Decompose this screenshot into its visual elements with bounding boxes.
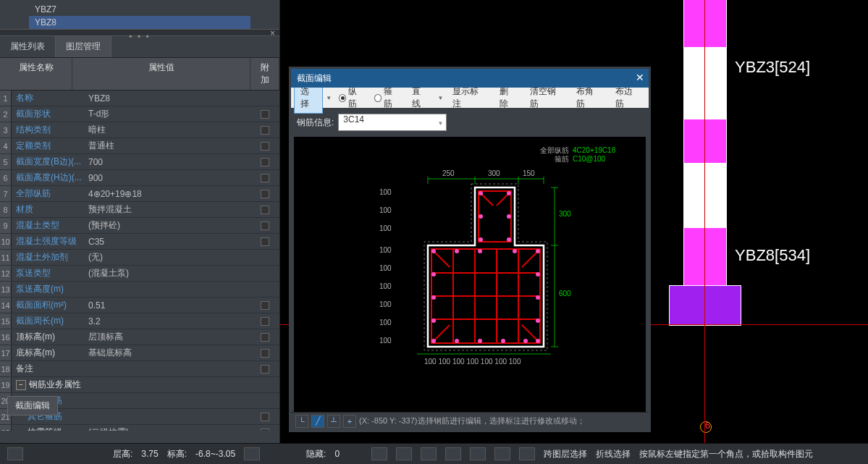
- svg-point-23: [479, 237, 483, 242]
- close-icon[interactable]: ×: [270, 28, 275, 38]
- chevron-down-icon[interactable]: ▼: [437, 95, 445, 101]
- chevron-down-icon[interactable]: ▼: [324, 95, 333, 101]
- svg-point-28: [513, 249, 517, 253]
- property-row[interactable]: 2截面形状T-d形: [0, 106, 279, 122]
- tool-icon-6[interactable]: [470, 447, 486, 460]
- crosshair-vertical: [704, 0, 705, 443]
- tool-icon-7[interactable]: [494, 447, 510, 460]
- svg-point-24: [507, 237, 511, 242]
- svg-point-21: [479, 214, 483, 219]
- tool-icon-8[interactable]: [519, 447, 535, 460]
- property-row[interactable]: 14截面面积(m²)0.51: [0, 298, 279, 313]
- property-row[interactable]: 18备注: [0, 361, 279, 377]
- dialog-title: 截面编辑: [297, 72, 332, 85]
- svg-point-22: [507, 214, 511, 219]
- property-row[interactable]: 10混凝土强度等级C35: [0, 234, 279, 250]
- tab-layers[interactable]: 图层管理: [56, 36, 111, 57]
- svg-rect-4: [479, 191, 511, 242]
- tree-area: YBZ7 YBZ8: [0, 0, 279, 29]
- svg-point-37: [455, 339, 459, 343]
- snap-icon[interactable]: ╱: [311, 415, 324, 428]
- tab-properties[interactable]: 属性列表: [0, 36, 56, 57]
- crosslayer-button[interactable]: 跨图层选择: [544, 448, 587, 460]
- zongjin-radio[interactable]: 纵筋: [334, 85, 368, 110]
- property-row[interactable]: 3结构类别暗柱: [0, 122, 279, 138]
- tool-icon-5[interactable]: [445, 447, 461, 460]
- tool-icon-4[interactable]: [421, 447, 437, 460]
- property-row[interactable]: 8材质预拌混凝土: [0, 202, 279, 218]
- resize-bar[interactable]: • • • ×: [0, 29, 279, 36]
- svg-point-25: [431, 249, 436, 253]
- property-row[interactable]: 15截面周长(m)3.2: [0, 313, 279, 329]
- elev-value: -6.8~-3.05: [195, 449, 235, 459]
- dialog-statusbar: └ ╱ ┴ + (X: -850 Y: -337)选择钢筋进行编辑，选择标注进行…: [291, 412, 649, 429]
- svg-text:100: 100: [379, 337, 392, 345]
- elev-label: 标高:: [167, 448, 187, 460]
- svg-point-30: [431, 272, 436, 277]
- property-row[interactable]: 11混凝土外加剂(无): [0, 250, 279, 266]
- canvas-label-bottom: YBZ8[534]: [735, 246, 810, 265]
- dialog-toolbar: 选择 ▼ 纵筋 箍筋 直线 ▼ 显示标注 删除 清空钢筋 布角筋 布边筋: [291, 88, 649, 108]
- svg-point-31: [536, 272, 540, 277]
- ortho-icon[interactable]: ┴: [327, 415, 340, 428]
- tool-icon-3[interactable]: [396, 447, 412, 460]
- svg-point-39: [501, 339, 505, 343]
- header-value: 属性值: [72, 58, 250, 90]
- svg-text:100: 100: [379, 246, 392, 254]
- svg-point-19: [479, 191, 483, 195]
- svg-text:100 100 100 100 100 100 100: 100 100 100 100 100 100 100: [424, 358, 521, 366]
- svg-text:150: 150: [523, 169, 535, 177]
- svg-text:100: 100: [379, 319, 392, 326]
- tree-item-ybz7[interactable]: YBZ7: [29, 3, 250, 16]
- property-row[interactable]: 22抗震等级(二级抗震): [0, 425, 279, 431]
- status-text: (X: -850 Y: -337)选择钢筋进行编辑，选择标注进行修改或移动；: [359, 416, 585, 426]
- svg-text:100: 100: [379, 264, 392, 272]
- tree-item-ybz8[interactable]: YBZ8: [29, 16, 250, 29]
- svg-text:全部纵筋: 全部纵筋: [540, 146, 569, 154]
- rebar-info-input[interactable]: 3C14 ▼: [338, 114, 447, 131]
- bottom-statusbar: 层高: 3.75 标高: -6.8~-3.05 隐藏: 0 跨图层选择 折线选择…: [0, 443, 868, 464]
- column-shape: [683, 0, 727, 286]
- property-body: 1名称YBZ82截面形状T-d形3结构类别暗柱4定额类别普通柱5截面宽度(B边)…: [0, 90, 279, 431]
- left-panel: YBZ7 YBZ8 • • • × 属性列表 图层管理 属性名称 属性值 附加 …: [0, 0, 280, 443]
- floor-label: 层高:: [113, 448, 132, 460]
- header-name: 属性名称: [0, 58, 72, 90]
- property-row[interactable]: 9混凝土类型(预拌砼): [0, 218, 279, 234]
- property-row[interactable]: 1名称YBZ8: [0, 90, 279, 106]
- property-row[interactable]: 17底标高(m)基础底标高: [0, 345, 279, 361]
- property-row[interactable]: 16顶标高(m)层顶标高: [0, 329, 279, 345]
- svg-text:C10@100: C10@100: [573, 155, 606, 163]
- svg-point-34: [431, 319, 436, 323]
- hidden-label: 隐藏:: [306, 448, 326, 460]
- corner-icon[interactable]: └: [295, 415, 308, 428]
- tool-icon-2[interactable]: [371, 447, 387, 460]
- svg-point-40: [523, 339, 528, 343]
- svg-point-27: [478, 249, 482, 253]
- svg-text:箍筋: 箍筋: [555, 155, 569, 163]
- grid-icon[interactable]: +: [343, 415, 356, 428]
- floor-value: 3.75: [141, 449, 158, 459]
- property-row[interactable]: 19−钢筋业务属性: [0, 377, 279, 393]
- dialog-titlebar[interactable]: 截面编辑 ✕: [291, 69, 649, 88]
- property-row[interactable]: 7全部纵筋4⊕20+19⊕18: [0, 186, 279, 202]
- svg-point-32: [431, 295, 436, 300]
- svg-point-36: [431, 339, 436, 343]
- property-header: 属性名称 属性值 附加: [0, 58, 279, 90]
- canvas-label-top: YBZ3[524]: [735, 58, 810, 77]
- dialog-canvas[interactable]: 全部纵筋 4C20+19C18 箍筋 C10@100: [294, 137, 646, 412]
- svg-point-26: [455, 249, 459, 253]
- svg-text:300: 300: [559, 210, 571, 218]
- status-icon[interactable]: [7, 447, 23, 460]
- section-edit-button[interactable]: 截面编辑: [7, 396, 58, 416]
- svg-point-20: [507, 191, 511, 195]
- property-row[interactable]: 5截面宽度(B边)(...700: [0, 154, 279, 170]
- polyline-button[interactable]: 折线选择: [596, 448, 631, 460]
- chevron-down-icon[interactable]: ▼: [437, 120, 443, 127]
- gujin-radio[interactable]: 箍筋: [370, 85, 404, 110]
- property-row[interactable]: 4定额类别普通柱: [0, 138, 279, 154]
- property-row[interactable]: 12泵送类型(混凝土泵): [0, 266, 279, 282]
- property-row[interactable]: 6截面高度(H边)(...900: [0, 170, 279, 186]
- close-icon[interactable]: ✕: [636, 72, 644, 83]
- tool-icon[interactable]: [244, 447, 260, 460]
- property-row[interactable]: 13泵送高度(m): [0, 282, 279, 298]
